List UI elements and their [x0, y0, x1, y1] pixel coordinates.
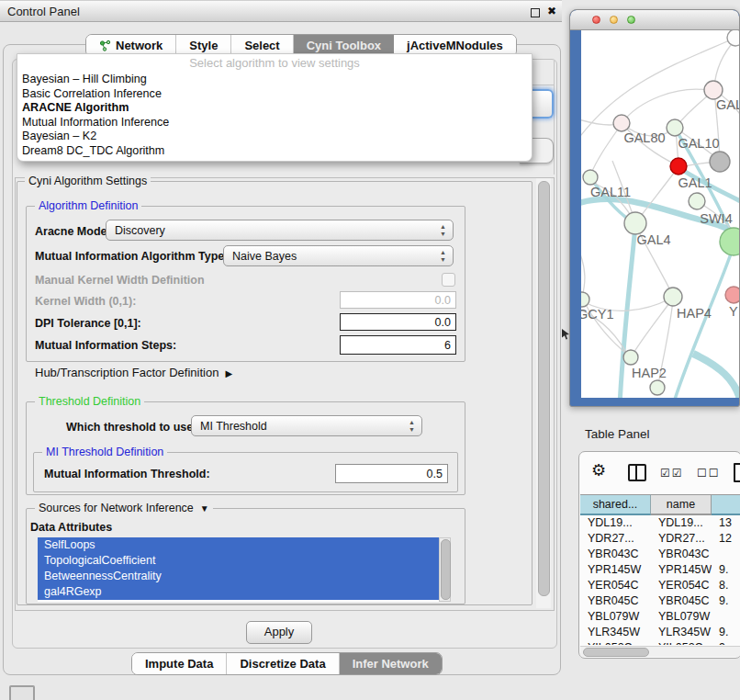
network-node-gal[interactable] [704, 81, 723, 99]
table-row[interactable]: YPR145WYPR145W9. [580, 562, 740, 578]
table-row[interactable]: YER054CYER054C8. [580, 578, 740, 593]
manual-kernel-checkbox[interactable] [442, 273, 455, 287]
aracne-mode-combo[interactable]: Discovery ▲▼ [106, 220, 454, 241]
tab-label: Infer Network [353, 657, 429, 671]
node-label-gal: GAL [716, 97, 740, 112]
close-button[interactable]: ✖ [545, 5, 558, 17]
scrollbar-thumb[interactable] [538, 181, 550, 596]
table-row[interactable]: YDL19...YDL19...13 [580, 515, 740, 531]
table-cell: 8. [712, 578, 740, 593]
network-view-window: GALGAL80GAL10GAL1GAL11SWI4GAL4GCY1HAP4YH… [569, 9, 740, 407]
attribute-item-topologicalcoefficient[interactable]: TopologicalCoefficient [38, 553, 439, 569]
table-toolbar: ⚙ ☑☑ ☐☐ [579, 452, 740, 494]
mi-type-label: Mutual Information Algorithm Type: [35, 250, 228, 263]
group-title: Threshold Definition [35, 395, 144, 408]
collapse-arrow-icon: ▼ [200, 503, 209, 514]
table-hscrollbar[interactable] [580, 646, 740, 657]
dropdown-item-bayesian-k2[interactable]: Bayesian – K2 [17, 130, 532, 144]
window-close-button[interactable] [592, 16, 600, 24]
dropdown-item-bayesian-hill-climbing[interactable]: Bayesian – Hill Climbing [17, 73, 532, 87]
algorithm-combo-fragment[interactable] [531, 89, 554, 119]
table-row[interactable]: YBL079WYBL079W [580, 609, 740, 625]
mi-threshold-field[interactable] [335, 464, 448, 483]
control-panel-titlebar: Control Panel ✖ [0, 0, 562, 22]
network-node-gal80[interactable] [613, 115, 630, 131]
node-label-hap4: HAP4 [677, 306, 712, 321]
scrollbar-thumb[interactable] [441, 539, 451, 600]
network-node-hap4[interactable] [664, 288, 682, 306]
hub-definition-toggle[interactable]: Hub/Transcription Factor Definition▶ [35, 366, 232, 379]
apply-button[interactable]: Apply [246, 621, 312, 644]
network-canvas[interactable]: GALGAL80GAL10GAL1GAL11SWI4GAL4GCY1HAP4YH… [581, 30, 740, 398]
mi-type-value: Naive Bayes [232, 250, 297, 263]
scrollbar-thumb[interactable] [583, 648, 649, 657]
kernel-width-field[interactable] [340, 291, 456, 309]
table-cell: 9 [712, 640, 740, 645]
document-icon[interactable] [734, 463, 740, 482]
unchecked-columns-icon[interactable]: ☐☐ [697, 467, 721, 480]
aracne-mode-value: Discovery [115, 224, 165, 237]
attribute-item-gal4rgexp[interactable]: gal4RGexp [38, 584, 439, 600]
network-node-gcy1[interactable] [581, 292, 589, 307]
window-minimize-button[interactable] [610, 16, 618, 24]
which-threshold-value: MI Threshold [200, 420, 267, 433]
node-label-gal80: GAL80 [623, 130, 665, 145]
dpi-tolerance-field[interactable] [340, 313, 456, 331]
node-label-gal1: GAL1 [678, 175, 712, 190]
column-header-name[interactable]: name [651, 494, 712, 515]
tab-label: Discretize Data [240, 657, 325, 671]
network-node-swi4[interactable] [689, 193, 705, 209]
mi-steps-field[interactable] [340, 335, 456, 355]
network-node-gal4[interactable] [624, 212, 646, 234]
attribute-item-selfloops[interactable]: SelfLoops [38, 537, 439, 553]
which-threshold-combo[interactable]: MI Threshold ▲▼ [191, 415, 422, 436]
table-row[interactable]: YLR345WYLR345W9. [580, 625, 740, 640]
node-label-gal10: GAL10 [678, 136, 719, 151]
network-node-gal11[interactable] [583, 170, 598, 185]
dropdown-item-list: Bayesian – Hill ClimbingBasic Correlatio… [17, 73, 532, 158]
table-cell: YLR345W [651, 625, 712, 640]
tab-label: Style [189, 39, 218, 52]
dropdown-item-aracne-algorithm[interactable]: ARACNE Algorithm [17, 101, 532, 116]
table-cell: YLR345W [580, 625, 651, 640]
attributes-scrollbar[interactable] [439, 537, 451, 602]
dropdown-item-basic-correlation-inference[interactable]: Basic Correlation Inference [17, 87, 532, 102]
checked-columns-icon[interactable]: ☑☑ [660, 467, 684, 480]
network-node-gal10[interactable] [667, 119, 683, 136]
table-cell: YPR145W [651, 562, 712, 578]
network-node-y[interactable] [725, 287, 740, 303]
panel-corner-button[interactable] [9, 685, 35, 700]
window-zoom-button[interactable] [627, 16, 635, 24]
table-cell: YBR043C [651, 547, 712, 562]
network-node-hap2[interactable] [623, 350, 638, 365]
network-node[interactable] [650, 380, 665, 395]
dropdown-item-mutual-information-inference[interactable]: Mutual Information Inference [17, 116, 532, 130]
split-columns-icon[interactable] [628, 464, 646, 481]
mi-type-combo[interactable]: Naive Bayes ▲▼ [223, 245, 454, 266]
table-row[interactable]: YBR045CYBR045C9. [580, 593, 740, 609]
dropdown-item-dream8-dc-tdc-algorithm[interactable]: Dream8 DC_TDC Algorithm [17, 144, 532, 159]
table-row[interactable]: YIL052CYIL052C9 [580, 640, 740, 645]
network-node[interactable] [720, 228, 740, 255]
tab-impute-data[interactable]: Impute Data [132, 653, 227, 674]
spinner-arrows-icon: ▲▼ [440, 223, 446, 238]
settings-scrollbar[interactable] [536, 178, 551, 608]
table-cell: 12 [712, 531, 740, 547]
tab-discretize-data[interactable]: Discretize Data [227, 653, 339, 674]
network-node-gal1[interactable] [670, 158, 687, 175]
column-header-col2[interactable] [712, 494, 740, 515]
table-cell: YIL052C [651, 640, 712, 645]
sources-group-toggle[interactable]: Sources for Network Inference▼ [35, 502, 213, 514]
table-row[interactable]: YBR043CYBR043C [580, 547, 740, 562]
float-button[interactable] [529, 5, 542, 17]
network-nodes: GALGAL80GAL10GAL1GAL11SWI4GAL4GCY1HAP4YH… [581, 30, 740, 395]
attribute-item-betweennesscentrality[interactable]: BetweennessCentrality [38, 569, 439, 584]
tab-infer-network[interactable]: Infer Network [340, 653, 442, 674]
network-node[interactable] [710, 152, 730, 172]
column-header-shared[interactable]: shared... [580, 494, 651, 515]
table-row[interactable]: YDR27...YDR27...12 [580, 531, 740, 547]
group-title: Algorithm Definition [35, 199, 141, 212]
network-node[interactable] [727, 30, 740, 46]
tab-label: Select [244, 39, 279, 52]
gear-icon[interactable]: ⚙ [591, 460, 606, 480]
